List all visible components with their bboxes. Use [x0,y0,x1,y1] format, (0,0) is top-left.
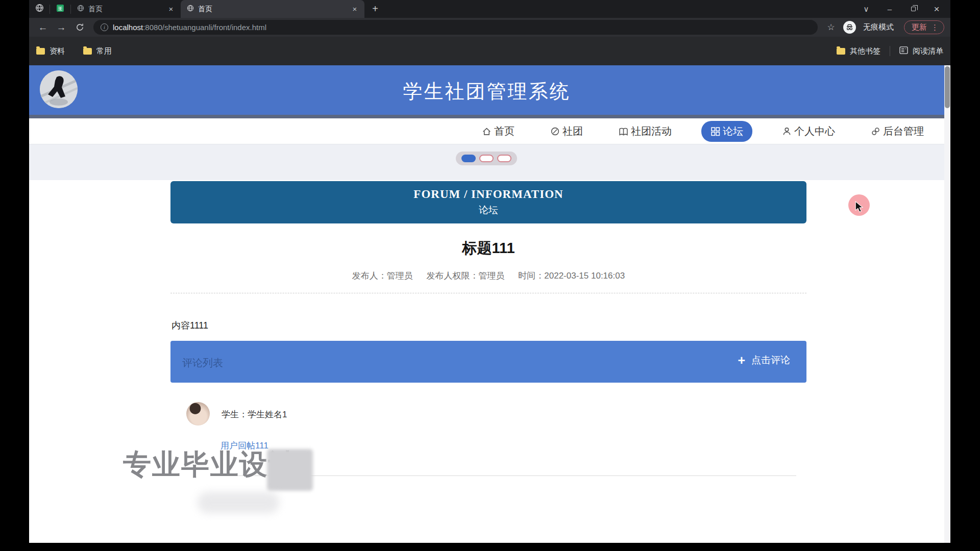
update-label: 更新 [912,22,927,32]
nav-label: 社团 [562,124,583,138]
forum-grid-icon [710,127,720,136]
comment-header-bar: 评论列表 + 点击评论 [170,341,806,383]
post-title: 标题111 [170,238,806,259]
pinned-tab-1[interactable] [29,0,50,18]
url-text: localhost:8080/shetuanguanli/front/index… [113,23,266,32]
forum-banner-title: FORUM / INFORMATION [413,188,563,201]
bookmark-star-icon[interactable]: ☆ [824,22,838,33]
globe-icon [187,5,194,13]
post-publisher: 发布人：管理员 [352,271,413,281]
forum-banner-subtitle: 论坛 [479,204,498,217]
post-content: 内容1111 [172,319,208,332]
comment-list-label: 评论列表 [182,356,223,370]
link-icon [871,127,880,136]
reading-list-icon [899,46,908,56]
nav-item-club[interactable]: 社团 [544,121,589,142]
window-controls: ∨ – × [854,0,948,18]
folder-icon [83,48,92,55]
site-header: 学生社团管理系统 [29,65,944,115]
folder-icon [36,48,45,55]
nav-label: 个人中心 [794,124,835,138]
meta-divider [170,293,806,293]
book-icon [619,127,628,136]
forum-section-banner: FORUM / INFORMATION 论坛 [170,181,806,223]
url-path: :8080/shetuanguanli/front/index.html [143,23,266,32]
update-button[interactable]: 更新 ⋮ [904,20,944,34]
reading-list-label: 阅读清单 [913,46,943,56]
commenter-name: 学生：学生姓名1 [222,409,287,420]
watermark-blur-patch [267,449,313,491]
tab-title: 首页 [198,5,346,14]
reload-icon [76,23,84,32]
post-publisher-role: 发布人权限：管理员 [427,271,505,281]
header-divider [29,115,944,118]
bookmark-folder-ziliao[interactable]: 资料 [36,46,65,56]
new-tab-button[interactable]: + [368,2,383,17]
nav-item-profile[interactable]: 个人中心 [776,121,841,142]
nav-label: 后台管理 [883,124,924,138]
browser-toolbar: ← → i localhost:8080/shetuanguanli/front… [29,18,950,37]
close-tab-icon[interactable]: × [350,5,359,14]
tab-strip: 首页 × 首页 × + ∨ – × [29,0,950,18]
bookmarks-separator [890,46,890,56]
folder-icon [837,48,845,55]
bookmark-folder-changyong[interactable]: 常用 [83,46,112,56]
nav-item-admin[interactable]: 后台管理 [865,121,930,142]
nav-item-activity[interactable]: 社团活动 [612,121,678,142]
forward-button[interactable]: → [54,20,69,35]
mouse-cursor [855,201,864,216]
nav-label: 首页 [494,124,514,138]
close-window-button[interactable]: × [925,0,948,18]
bookmarks-bar: 资料 常用 其他书签 阅读清单 [29,37,950,65]
carousel-dot-2[interactable] [479,155,494,162]
post-meta: 发布人：管理员 发布人权限：管理员 时间：2022-03-15 10:16:03 [170,270,806,282]
add-comment-button[interactable]: + 点击评论 [738,354,790,367]
address-bar[interactable]: i localhost:8080/shetuanguanli/front/ind… [93,20,818,35]
commenter-avatar [186,402,210,425]
club-icon [550,127,560,136]
main-nav: 首页 社团 社团活动 论坛 [29,118,944,144]
close-tab-icon[interactable]: × [166,5,176,14]
tab-home-1[interactable]: 首页 × [71,0,181,18]
globe-icon [35,4,44,14]
url-host: localhost [113,23,143,32]
add-comment-label: 点击评论 [751,354,790,367]
other-bookmarks-folder[interactable]: 其他书签 [837,46,880,56]
other-bookmarks-label: 其他书签 [850,46,880,56]
carousel-indicators [456,152,517,165]
site-title: 学生社团管理系统 [29,79,944,105]
nav-label: 论坛 [723,124,743,138]
watermark-smudge [198,492,279,513]
tab-home-2-active[interactable]: 首页 × [181,0,364,18]
tab-title: 首页 [88,5,162,14]
minimize-button[interactable]: – [878,0,901,18]
page-scrollbar[interactable] [944,65,950,543]
bookmark-label: 常用 [96,46,112,56]
tab-search-icon[interactable]: ∨ [854,0,878,18]
restore-button[interactable] [901,0,925,18]
plus-icon: + [738,354,745,367]
browser-window: 首页 × 首页 × + ∨ – × ← → [29,0,950,543]
sheet-icon [56,4,64,14]
info-icon[interactable]: i [101,23,108,31]
post-time: 时间：2022-03-15 10:16:03 [518,271,625,281]
user-icon [782,127,792,136]
carousel-dot-3[interactable] [497,155,511,162]
scrollbar-thumb[interactable] [945,66,950,108]
incognito-icon [843,21,856,34]
nav-label: 社团活动 [631,124,672,138]
incognito-label: 无痕模式 [863,22,894,32]
globe-icon [77,5,84,13]
reload-button[interactable] [72,20,87,35]
page-viewport: 学生社团管理系统 首页 社团 社团活动 [29,65,944,543]
browser-menu-icon[interactable]: ⋮ [931,23,939,32]
pinned-tab-2[interactable] [50,0,70,18]
reading-list-button[interactable]: 阅读清单 [899,46,943,56]
bookmark-label: 资料 [50,46,65,56]
nav-item-forum-active[interactable]: 论坛 [701,121,752,142]
carousel-dot-1-active[interactable] [461,155,476,162]
back-button[interactable]: ← [35,20,51,35]
restore-icon [911,7,916,11]
nav-item-home[interactable]: 首页 [476,121,521,142]
home-icon [482,127,492,136]
